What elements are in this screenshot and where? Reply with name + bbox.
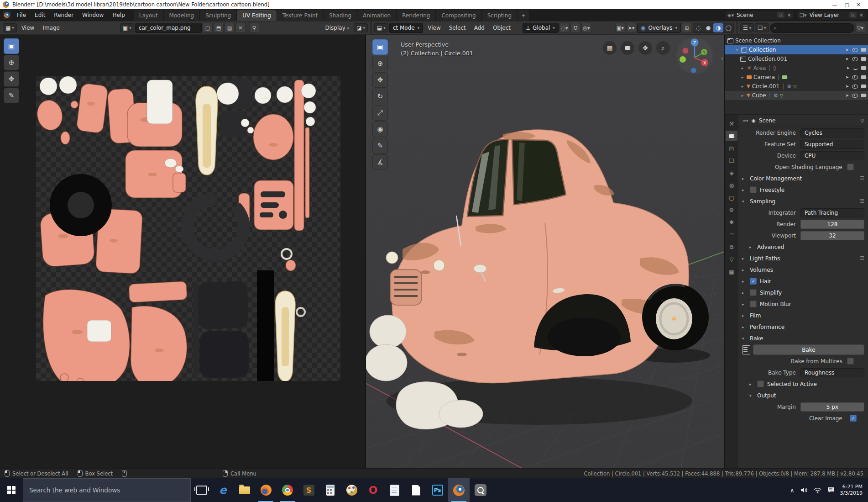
tool-annotate[interactable]: ✎ xyxy=(372,138,388,153)
taskbar-magnifier-app[interactable] xyxy=(470,478,491,502)
device-dropdown[interactable]: CPU xyxy=(800,151,864,160)
menu-render[interactable]: Render xyxy=(50,11,78,20)
selected-to-active-checkbox[interactable] xyxy=(757,380,764,387)
menu-window[interactable]: Window xyxy=(78,11,108,20)
expand-icon[interactable]: ▸ xyxy=(740,75,745,79)
tab-render-icon[interactable] xyxy=(726,131,737,141)
outliner-row-cube[interactable]: ▸ ▼ Cube | ⚙ ▽ ➤ xyxy=(725,91,868,100)
section-light-paths[interactable]: ▸Light Paths ☰ xyxy=(742,253,864,264)
new-scene-icon[interactable]: ⎘ xyxy=(777,12,784,18)
transform-orientation-dropdown[interactable]: ⟂ Global▾ xyxy=(523,23,559,33)
tool-rotate[interactable]: ↻ xyxy=(372,89,388,104)
section-performance[interactable]: ▸Performance xyxy=(742,321,864,333)
uv-menu-view[interactable]: View xyxy=(18,23,38,32)
navigation-gizmo[interactable]: Z X Y xyxy=(675,37,714,76)
panel-menu-icon[interactable]: ☰ xyxy=(860,255,864,261)
minimize-button[interactable]: — xyxy=(832,2,837,8)
tab-scripting[interactable]: Scripting xyxy=(482,10,518,21)
taskbar-edge[interactable]: e xyxy=(212,478,234,502)
tab-tool-icon[interactable]: ⚒ xyxy=(726,118,737,129)
uv-menu-image[interactable]: Image xyxy=(39,23,63,32)
freestyle-checkbox[interactable] xyxy=(750,186,757,193)
viewport-area[interactable]: ▣ ⊕ ✥ ↻ ⤢ ◉ ✎ ∡ User Perspective (2) Col… xyxy=(366,35,724,468)
scene-selector[interactable]: ◈▾ Scene ⎘ ✕ xyxy=(725,10,794,20)
expand-icon[interactable]: ▸ xyxy=(740,93,745,98)
object-mode-dropdown[interactable]: ct Mode▾ xyxy=(389,23,423,33)
filter-funnel-icon[interactable]: ▽▾ xyxy=(855,23,865,33)
section-color-management[interactable]: ▸Color Management ☰ xyxy=(742,173,864,184)
overlays-dropdown[interactable]: ◉ Overlays▾ xyxy=(637,23,681,33)
new-view-layer-icon[interactable]: ⎘ xyxy=(849,12,857,18)
remove-view-layer-icon[interactable]: ✕ xyxy=(859,12,863,18)
margin-field[interactable]: 5 px xyxy=(800,402,864,412)
uv-tool-cursor[interactable]: ⊕ xyxy=(4,55,19,70)
outliner-row-camera[interactable]: ▸ Camera | ➤ xyxy=(725,73,868,82)
outliner-row-circle001[interactable]: ▸ ▼ Circle.001 | ⚙ ▽ ➤ xyxy=(725,82,868,91)
menu-file[interactable]: File xyxy=(13,11,30,20)
section-sampling[interactable]: ▾Sampling ☰ xyxy=(742,196,864,207)
expand-icon[interactable]: ▸ xyxy=(740,84,745,89)
render-engine-dropdown[interactable]: Cycles xyxy=(800,128,864,137)
volume-icon[interactable] xyxy=(800,487,808,493)
selectable-icon[interactable]: ➤ xyxy=(845,84,849,89)
proportional-edit-icon[interactable]: ◎▾ xyxy=(581,23,591,33)
maximize-button[interactable]: ▢ xyxy=(844,2,849,8)
eye-closed-icon[interactable] xyxy=(853,66,858,70)
uv-editor-area[interactable]: ▣ ⊕ ✥ ✎ xyxy=(0,35,366,468)
perspective-toggle-icon[interactable]: ▦ xyxy=(603,41,617,55)
browse-folder-icon[interactable]: ▤ xyxy=(225,23,235,33)
pin-icon[interactable]: ⚲ xyxy=(249,23,259,33)
section-freestyle[interactable]: ▸ Freestyle xyxy=(742,184,864,196)
add-workspace-button[interactable]: + xyxy=(518,10,530,21)
taskbar-file-explorer[interactable] xyxy=(234,478,255,502)
shading-wireframe-icon[interactable]: ◌ xyxy=(693,23,703,32)
selectable-icon[interactable]: ➤ xyxy=(845,48,849,52)
tab-animation[interactable]: Animation xyxy=(357,10,397,21)
tab-object-data-icon[interactable]: ▽ xyxy=(726,254,737,264)
open-image-icon[interactable]: ⬒ xyxy=(214,23,224,33)
action-center-icon[interactable] xyxy=(827,487,834,493)
outliner-search-input[interactable]: ⌕ xyxy=(770,23,854,33)
uv-texture-image[interactable] xyxy=(36,76,340,381)
tab-compositing[interactable]: Compositing xyxy=(436,10,481,21)
subsection-selected-to-active[interactable]: ▸ Selected to Active xyxy=(742,378,864,390)
taskbar-chrome[interactable] xyxy=(277,478,298,502)
outliner-row-area[interactable]: ▸ ☀ Area | ◊ ➤ xyxy=(725,63,868,73)
tab-modeling[interactable]: Modeling xyxy=(164,10,200,21)
section-volumes[interactable]: ▸Volumes xyxy=(742,264,864,275)
vp-menu-select[interactable]: Select xyxy=(445,23,470,32)
display-dropdown[interactable]: Display ▾ xyxy=(322,23,353,32)
wifi-icon[interactable] xyxy=(814,487,821,493)
taskbar-notepad[interactable] xyxy=(384,478,405,502)
breadcrumb-display-icon[interactable]: ☰▾ xyxy=(743,118,748,123)
outliner-row-collection001[interactable]: Collection.001 ➤ xyxy=(725,54,868,63)
panel-menu-icon[interactable]: ☰ xyxy=(860,175,864,181)
panel-menu-icon[interactable]: ☰ xyxy=(860,198,864,204)
taskbar-firefox[interactable] xyxy=(255,478,277,502)
image-name-field[interactable]: car_color_map.png xyxy=(135,23,202,33)
render-visibility-icon[interactable] xyxy=(861,66,866,70)
pivot-point-icon[interactable]: ◌▾ xyxy=(559,23,570,33)
snap-magnet-icon[interactable]: ℧ xyxy=(570,23,580,33)
tool-measure[interactable]: ∡ xyxy=(372,154,388,170)
tab-layout[interactable]: Layout xyxy=(134,10,164,21)
editor-type-3d-icon[interactable]: ⬓▾ xyxy=(374,23,388,32)
tab-world-icon[interactable]: ◍ xyxy=(726,180,737,190)
render-visibility-icon[interactable] xyxy=(861,57,866,61)
uv-tool-annotate[interactable]: ✎ xyxy=(4,88,19,103)
tab-texture-paint[interactable]: Texture Paint xyxy=(277,10,324,21)
uv-tool-move[interactable]: ✥ xyxy=(4,71,19,87)
expand-icon[interactable]: ▸ xyxy=(740,66,745,70)
taskbar-paint[interactable] xyxy=(341,478,362,502)
outliner-filter-type-icon[interactable]: ❏▾ xyxy=(755,23,769,32)
tab-constraints-icon[interactable]: ⧉ xyxy=(726,242,737,252)
taskbar-blender[interactable] xyxy=(448,478,470,502)
taskbar-calculator[interactable] xyxy=(319,478,341,502)
editor-type-uv-icon[interactable]: ▦▾ xyxy=(3,23,17,32)
tab-output-icon[interactable]: ▤ xyxy=(726,143,737,153)
blender-menu-icon[interactable] xyxy=(3,11,11,19)
selectable-icon[interactable]: ➤ xyxy=(846,66,850,70)
tab-modifiers-icon[interactable]: ⚙ xyxy=(726,205,737,215)
integrator-dropdown[interactable]: Path Tracing xyxy=(800,208,864,217)
close-button[interactable]: ✕ xyxy=(857,2,861,8)
